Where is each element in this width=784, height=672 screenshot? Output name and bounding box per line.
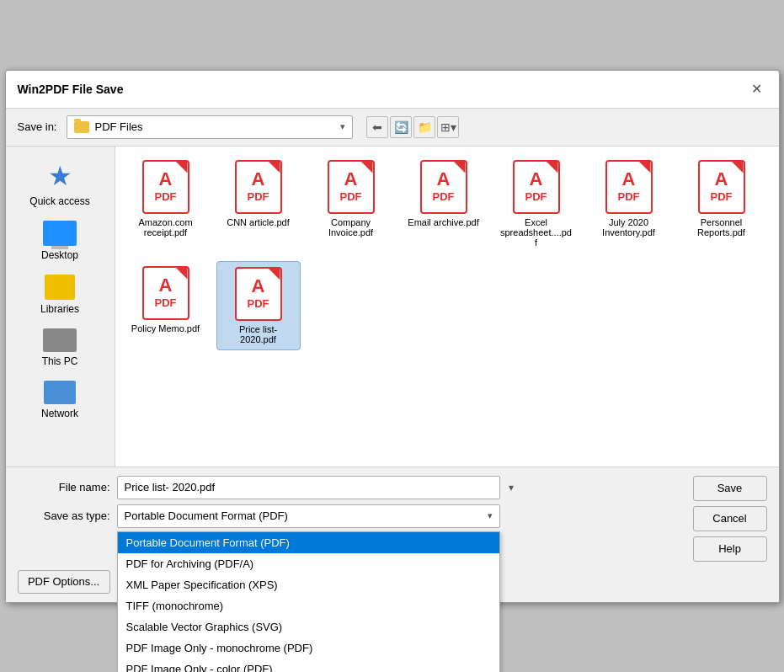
file-item[interactable]: A PDF Price list-2020.pdf	[216, 261, 301, 350]
file-item[interactable]: A PDF Policy Memo.pdf	[124, 261, 208, 350]
sidebar-item-libraries[interactable]: Libraries	[13, 269, 106, 320]
network-icon	[44, 381, 76, 404]
file-name-label: CNN article.pdf	[227, 217, 290, 227]
file-name-label: Price list-2020.pdf	[222, 324, 295, 344]
pdf-text: PDF	[433, 190, 455, 203]
save-as-type-label: Save as type:	[18, 509, 110, 522]
pdf-acrobat-symbol: A	[159, 170, 173, 189]
sidebar-item-label: Desktop	[41, 249, 78, 261]
file-name-label: File name:	[18, 481, 110, 493]
sidebar-item-this-pc[interactable]: This PC	[13, 323, 106, 372]
file-name-label: Amazon.com receipt.pdf	[129, 217, 203, 237]
file-item[interactable]: A PDF July 2020 Inventory.pdf	[587, 155, 671, 253]
dialog-title: Win2PDF File Save	[18, 83, 124, 96]
sidebar: ★ Quick access Desktop Libraries This PC…	[6, 147, 115, 467]
nav-newfolder-button[interactable]: 📁	[413, 116, 435, 138]
sidebar-item-desktop[interactable]: Desktop	[13, 216, 106, 266]
title-bar: Win2PDF File Save ✕	[6, 71, 779, 109]
sidebar-item-label: Quick access	[29, 195, 89, 207]
file-item[interactable]: A PDF Personnel Reports.pdf	[680, 155, 764, 253]
libraries-icon	[45, 275, 75, 300]
thispc-icon	[43, 328, 77, 352]
pdf-acrobat-symbol: A	[715, 170, 728, 189]
nav-back-button[interactable]: ⬅	[366, 116, 388, 138]
save-in-chevron: ▾	[340, 121, 345, 132]
toolbar-buttons: ⬅ 🔄 📁 ⊞▾	[366, 116, 459, 138]
pdf-text: PDF	[525, 190, 547, 203]
star-icon: ★	[48, 160, 72, 192]
save-as-type-dropdown: Portable Document Format (PDF)PDF for Ar…	[117, 531, 500, 673]
close-button[interactable]: ✕	[747, 79, 767, 99]
pdf-acrobat-symbol: A	[344, 170, 358, 189]
dropdown-option-pdf-color[interactable]: PDF Image Only - color (PDF)	[118, 659, 499, 673]
saveastype-row: Save as type: Portable Document Format (…	[18, 504, 680, 528]
nav-refresh-button[interactable]: 🔄	[390, 116, 412, 138]
pdf-acrobat-symbol: A	[437, 170, 451, 189]
file-name-label: Excel spreadsheet....pdf	[499, 217, 573, 248]
save-in-label: Save in:	[18, 120, 57, 133]
file-name-label: Personnel Reports.pdf	[685, 217, 759, 237]
save-button[interactable]: Save	[693, 476, 767, 501]
pdf-text: PDF	[340, 190, 362, 203]
file-item[interactable]: A PDF CNN article.pdf	[216, 155, 301, 253]
pdf-text: PDF	[155, 296, 177, 309]
sidebar-item-label: Libraries	[40, 303, 79, 315]
sidebar-item-label: Network	[41, 408, 78, 419]
dropdown-option-pdf-archive[interactable]: PDF for Archiving (PDF/A)	[118, 553, 499, 574]
save-as-type-value: Portable Document Format (PDF)	[125, 509, 288, 522]
save-in-value: PDF Files	[94, 120, 142, 133]
cancel-button[interactable]: Cancel	[693, 506, 767, 531]
pdf-text: PDF	[248, 297, 269, 310]
sidebar-item-label: This PC	[42, 355, 78, 367]
save-in-select[interactable]: PDF Files ▾	[67, 115, 353, 139]
dropdown-option-xps[interactable]: XML Paper Specification (XPS)	[118, 574, 499, 595]
pdf-acrobat-symbol: A	[159, 276, 173, 295]
pdf-options-button[interactable]: PDF Options...	[18, 570, 110, 594]
dropdown-option-pdf[interactable]: Portable Document Format (PDF)	[118, 532, 499, 553]
nav-view-button[interactable]: ⊞▾	[437, 116, 459, 138]
pdf-acrobat-symbol: A	[622, 170, 636, 189]
dropdown-option-svg[interactable]: Scalable Vector Graphics (SVG)	[118, 616, 499, 637]
desktop-icon	[43, 221, 77, 246]
file-item[interactable]: A PDF Excel spreadsheet....pdf	[494, 155, 579, 253]
file-area: A PDF Amazon.com receipt.pdf A PDF CNN a…	[115, 147, 779, 467]
help-button[interactable]: Help	[693, 536, 767, 562]
dropdown-option-pdf-mono[interactable]: PDF Image Only - monochrome (PDF)	[118, 637, 499, 659]
folder-icon	[74, 121, 89, 133]
right-buttons: Save Cancel Help	[693, 476, 767, 562]
file-item[interactable]: A PDF Amazon.com receipt.pdf	[124, 155, 208, 253]
file-item[interactable]: A PDF Email archive.pdf	[402, 155, 486, 253]
save-as-type-select[interactable]: Portable Document Format (PDF) ▾	[117, 504, 500, 528]
pdf-text: PDF	[618, 190, 640, 203]
pdf-text: PDF	[711, 190, 733, 203]
bottom-area: File name: ▾ Save as type: Portable Docu…	[6, 467, 779, 602]
file-name-label: Company Invoice.pdf	[314, 217, 388, 237]
file-name-label: Email archive.pdf	[408, 217, 478, 227]
pdf-acrobat-symbol: A	[252, 277, 265, 296]
dropdown-option-tiff[interactable]: TIFF (monochrome)	[118, 595, 499, 616]
filename-chevron: ▾	[509, 482, 514, 493]
file-item[interactable]: A PDF Company Invoice.pdf	[309, 155, 393, 253]
pdf-text: PDF	[248, 190, 269, 203]
filename-row: File name: ▾	[18, 476, 680, 499]
file-name-input[interactable]	[117, 476, 500, 499]
main-area: ★ Quick access Desktop Libraries This PC…	[6, 147, 779, 467]
pdf-acrobat-symbol: A	[252, 170, 265, 189]
pdf-text: PDF	[155, 190, 177, 203]
file-name-label: Policy Memo.pdf	[131, 323, 200, 333]
file-save-dialog: Win2PDF File Save ✕ Save in: PDF Files ▾…	[5, 70, 780, 603]
save-as-type-chevron: ▾	[488, 510, 493, 521]
file-name-label: July 2020 Inventory.pdf	[592, 217, 666, 237]
sidebar-item-network[interactable]: Network	[13, 376, 106, 424]
toolbar-row: Save in: PDF Files ▾ ⬅ 🔄 📁 ⊞▾	[6, 109, 779, 147]
pdf-acrobat-symbol: A	[530, 170, 543, 189]
sidebar-item-quick-access[interactable]: ★ Quick access	[13, 155, 106, 212]
